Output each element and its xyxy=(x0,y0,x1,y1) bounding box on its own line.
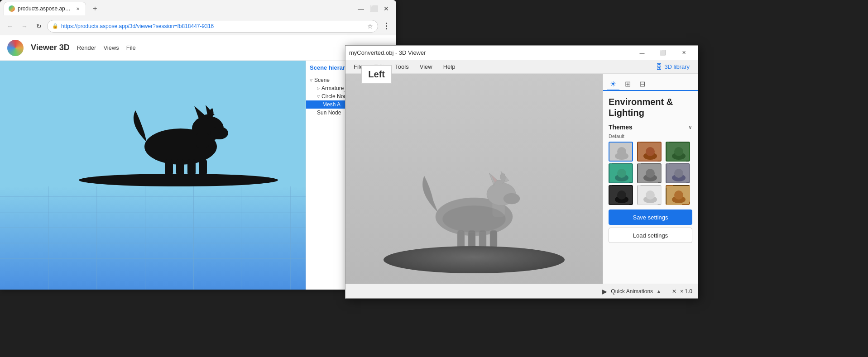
wolf-3d-svg xyxy=(395,151,553,255)
svg-point-27 xyxy=(504,193,520,204)
svg-rect-31 xyxy=(457,230,465,248)
scene-expand-icon: ▽ xyxy=(310,78,312,82)
themes-label: Themes xyxy=(609,124,633,131)
zoom-level: × 1.0 xyxy=(680,288,692,295)
svg-point-35 xyxy=(442,205,506,233)
svg-point-56 xyxy=(617,190,626,200)
svg-rect-23 xyxy=(199,159,207,175)
panel-tabs: ☀ ⊞ ⊟ xyxy=(603,74,698,91)
quick-anim-chevron[interactable]: ▲ xyxy=(657,289,661,294)
platform-3d xyxy=(384,246,565,273)
viewport-label: Left xyxy=(361,65,392,84)
svg-point-59 xyxy=(646,190,655,200)
browser-titlebar: products.aspose.app/3d/viewer... ✕ + — ⬜… xyxy=(0,0,396,17)
swatch-warm[interactable] xyxy=(637,142,662,162)
table-tab[interactable]: ⊟ xyxy=(636,77,648,90)
load-settings-btn[interactable]: Load settings xyxy=(609,228,692,243)
svg-point-50 xyxy=(646,169,655,178)
browser-viewport: Left Scene hierarchy t ▽ Scene ▷ Armatur… xyxy=(0,61,396,290)
wolf-silhouette-svg xyxy=(110,88,246,178)
svg-rect-21 xyxy=(176,159,184,175)
themes-grid xyxy=(609,142,692,205)
tab-favicon xyxy=(9,5,15,12)
grid-tab[interactable]: ⊞ xyxy=(621,77,634,90)
svg-point-44 xyxy=(674,147,683,156)
menu-view[interactable]: View xyxy=(415,62,437,72)
browser-tab[interactable]: products.aspose.app/3d/viewer... ✕ xyxy=(4,2,86,15)
library-label: 3D library xyxy=(664,63,690,70)
bookmark-btn[interactable]: ☆ xyxy=(367,23,373,30)
browser-menu-btn[interactable] xyxy=(380,20,393,33)
browser-close-btn[interactable]: ✕ xyxy=(380,2,393,15)
app-titlebar: myConverted.obj - 3D Viewer — ⬜ ✕ xyxy=(345,46,698,60)
save-settings-btn[interactable]: Save settings xyxy=(609,209,692,225)
circle-expand-icon: ▽ xyxy=(317,95,320,99)
menu-render[interactable]: Render xyxy=(77,44,96,51)
swatch-multi[interactable] xyxy=(666,185,690,205)
svg-rect-19 xyxy=(196,133,209,148)
swatch-dark[interactable] xyxy=(609,185,633,205)
3d-viewport[interactable] xyxy=(345,74,603,284)
tab-close-btn[interactable]: ✕ xyxy=(75,5,81,12)
browser-maximize-btn[interactable]: ⬜ xyxy=(367,2,380,15)
svg-rect-34 xyxy=(490,230,497,248)
section-title: Environment &Lighting xyxy=(609,96,692,118)
app-window-title: myConverted.obj - 3D Viewer xyxy=(349,49,632,56)
app-body: ☀ ⊞ ⊟ Environment &Lighting Themes ∨ Def… xyxy=(345,74,698,284)
svg-rect-20 xyxy=(165,159,173,175)
quick-animations-label: Quick Animations xyxy=(611,288,653,295)
svg-point-41 xyxy=(646,147,655,156)
library-icon: 🗄 xyxy=(656,63,662,71)
menu-help[interactable]: Help xyxy=(439,62,460,72)
viewer3d-header: Viewer 3D Render Views File xyxy=(0,35,396,61)
wolf-silhouette-scene xyxy=(79,88,278,186)
scene-item-label: Scene xyxy=(314,77,330,83)
svg-point-53 xyxy=(674,169,683,178)
forward-btn[interactable]: → xyxy=(18,20,31,33)
app-minimize-btn[interactable]: — xyxy=(632,46,652,60)
svg-point-16 xyxy=(210,127,228,139)
library-btn[interactable]: 🗄 3D library xyxy=(651,61,694,72)
svg-point-62 xyxy=(674,190,683,200)
svg-point-47 xyxy=(617,169,626,178)
new-tab-btn[interactable]: + xyxy=(89,2,101,15)
swatch-teal[interactable] xyxy=(609,163,633,183)
lock-icon: 🔒 xyxy=(52,23,58,29)
panel-content: Environment &Lighting Themes ∨ Default xyxy=(603,91,698,284)
refresh-btn[interactable]: ↻ xyxy=(33,20,45,33)
svg-rect-22 xyxy=(187,159,196,175)
platform-left xyxy=(79,174,278,186)
swatch-stone[interactable] xyxy=(666,163,690,183)
app-close-btn[interactable]: ✕ xyxy=(673,46,694,60)
swatch-light[interactable] xyxy=(637,185,662,205)
app-menubar: File Edit Tools View Help 🗄 3D library xyxy=(345,60,698,74)
default-label: Default xyxy=(609,133,692,139)
svg-point-38 xyxy=(617,147,626,156)
swatch-gray2[interactable] xyxy=(637,163,662,183)
address-text: https://products.aspose.app/3d/viewer?se… xyxy=(61,23,364,29)
armature-expand-icon: ▷ xyxy=(317,86,320,90)
browser-minimize-btn[interactable]: — xyxy=(355,2,367,15)
back-btn[interactable]: ← xyxy=(4,20,16,33)
mesh-label: Mesh A xyxy=(322,101,340,108)
right-panel: ☀ ⊞ ⊟ Environment &Lighting Themes ∨ Def… xyxy=(603,74,698,284)
swatch-default[interactable] xyxy=(609,142,633,162)
app-restore-btn[interactable]: ⬜ xyxy=(652,46,673,60)
tab-title: products.aspose.app/3d/viewer... xyxy=(18,5,72,12)
app-menubar: Render Views File xyxy=(77,44,136,51)
swatch-forest[interactable] xyxy=(666,142,690,162)
browser-window: products.aspose.app/3d/viewer... ✕ + — ⬜… xyxy=(0,0,396,290)
menu-tools[interactable]: Tools xyxy=(390,62,413,72)
app-window: myConverted.obj - 3D Viewer — ⬜ ✕ File E… xyxy=(345,45,698,299)
zoom-separator: ✕ xyxy=(672,288,676,295)
address-bar[interactable]: 🔒 https://products.aspose.app/3d/viewer?… xyxy=(47,20,378,33)
themes-chevron[interactable]: ∨ xyxy=(688,124,692,130)
menu-views[interactable]: Views xyxy=(103,44,119,51)
app-title: Viewer 3D xyxy=(31,43,70,52)
menu-file[interactable]: File xyxy=(126,44,136,51)
themes-header: Themes ∨ xyxy=(609,124,692,131)
app-logo xyxy=(7,40,24,56)
sun-label: Sun Node xyxy=(317,109,341,116)
svg-rect-33 xyxy=(479,230,486,248)
lighting-tab[interactable]: ☀ xyxy=(607,78,619,90)
